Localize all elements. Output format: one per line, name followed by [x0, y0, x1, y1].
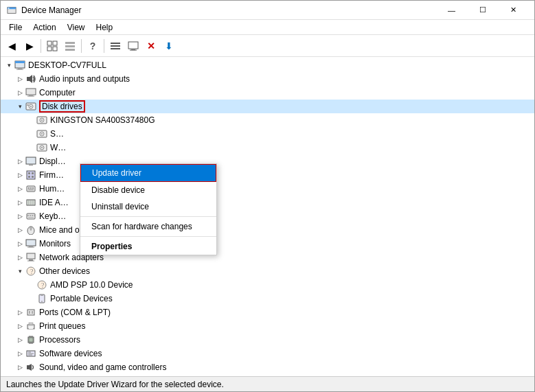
tree-item-w[interactable]: W…: [1, 141, 534, 154]
status-bar: Launches the Update Driver Wizard for th…: [1, 376, 534, 391]
disk-s-icon: [36, 128, 47, 139]
svg-rect-76: [29, 311, 30, 314]
expand-human: ▷: [14, 183, 25, 194]
ctx-sep-1: [80, 216, 216, 217]
svg-rect-41: [32, 172, 34, 174]
tree-item-other[interactable]: ▾ ? Other devices: [1, 264, 534, 278]
expand-software: ▷: [14, 348, 25, 359]
title-bar-text: Device Manager: [21, 5, 436, 15]
storage-icon: [25, 376, 36, 376]
tree-item-storage[interactable]: ▷ Storage controllers: [1, 374, 534, 376]
menu-file[interactable]: File: [3, 20, 27, 35]
svg-rect-27: [27, 104, 29, 106]
tree-area[interactable]: ▾ DESKTOP-CV7FULL ▷: [1, 57, 534, 376]
svg-rect-40: [28, 172, 30, 174]
tree-item-kingston[interactable]: KINGSTON SA400S37480G: [1, 113, 534, 127]
status-text: Launches the Update Driver Wizard for th…: [6, 380, 224, 389]
svg-rect-6: [53, 47, 57, 51]
expand-ide: ▷: [14, 197, 25, 208]
svg-rect-83: [29, 338, 33, 342]
menu-action[interactable]: Action: [27, 20, 61, 35]
svg-point-30: [41, 119, 43, 121]
tree-item-disk-drives[interactable]: ▾ Disk drives: [1, 100, 534, 113]
tree-item-sound[interactable]: ▷ Sound, video and game controllers: [1, 360, 534, 374]
toolbar-monitor[interactable]: [125, 38, 141, 54]
svg-rect-21: [26, 89, 36, 95]
monitors-label: Monitors: [39, 239, 71, 249]
maximize-button[interactable]: ☐: [467, 1, 498, 20]
ide-icon: [25, 197, 36, 208]
ports-icon: [25, 307, 36, 318]
ctx-update-driver[interactable]: Update driver: [80, 164, 216, 182]
display-icon: [25, 156, 36, 167]
svg-point-26: [30, 106, 32, 107]
toolbar-download[interactable]: ⬇: [161, 38, 177, 54]
tree-item-print[interactable]: ▷ Print queues: [1, 319, 534, 333]
title-bar-controls: — ☐ ✕: [436, 1, 529, 20]
svg-rect-8: [65, 45, 75, 47]
human-icon: [25, 183, 36, 194]
display-label: Displ…: [39, 157, 66, 166]
tree-item-portable[interactable]: Portable Devices: [1, 292, 534, 305]
keyboard-label: Keyb…: [39, 211, 66, 221]
svg-rect-58: [28, 217, 34, 218]
close-button[interactable]: ✕: [498, 1, 529, 20]
minimize-button[interactable]: —: [436, 1, 467, 20]
expand-audio: ▷: [14, 73, 25, 84]
ports-label: Ports (COM & LPT): [39, 308, 111, 317]
toolbar: ◀ ▶ ?: [1, 35, 534, 57]
svg-rect-13: [128, 42, 138, 49]
other-label: Other devices: [39, 266, 90, 276]
toolbar-forward[interactable]: ▶: [21, 38, 38, 54]
expand-disk: ▾: [14, 101, 25, 112]
tree-item-ports[interactable]: ▷ Ports (COM & LPT): [1, 305, 534, 319]
ctx-disable-device[interactable]: Disable device: [80, 182, 216, 198]
tree-item-computer[interactable]: ▷ Computer: [1, 86, 534, 100]
tree-item-processors[interactable]: ▷ Processors: [1, 333, 534, 347]
menu-help[interactable]: Help: [91, 20, 119, 35]
tree-item-audio[interactable]: ▷ Audio inputs and outputs: [1, 72, 534, 86]
tree-item-software[interactable]: ▷ Software devices: [1, 347, 534, 360]
ctx-scan-hardware[interactable]: Scan for hardware changes: [80, 218, 216, 235]
toolbar-list[interactable]: [107, 38, 124, 54]
toolbar-remove[interactable]: ✕: [143, 38, 159, 54]
s-label: S…: [50, 129, 64, 139]
computer-icon2: [25, 87, 36, 98]
menu-view[interactable]: View: [62, 20, 91, 35]
print-icon: [25, 321, 36, 332]
toolbar-grid2[interactable]: [62, 38, 78, 54]
svg-point-74: [41, 301, 43, 302]
svg-rect-9: [65, 49, 75, 51]
svg-rect-4: [53, 41, 57, 45]
computer-label: Computer: [39, 88, 76, 97]
expand-w: [25, 142, 36, 153]
firmware-label: Firm…: [39, 170, 64, 180]
expand-network: ▷: [14, 252, 25, 263]
expand-other: ▾: [14, 266, 25, 277]
toolbar-help[interactable]: ?: [84, 38, 101, 54]
disk-icon: [25, 101, 36, 112]
expand-portable: [25, 293, 36, 304]
svg-marker-20: [27, 75, 32, 83]
svg-rect-48: [28, 189, 34, 190]
firmware-icon: [25, 170, 36, 181]
toolbar-grid[interactable]: [44, 38, 60, 54]
svg-rect-62: [26, 240, 36, 246]
disk-w-icon: [36, 142, 47, 153]
toolbar-back[interactable]: ◀: [3, 38, 20, 54]
audio-icon: [25, 73, 36, 84]
tree-item-s[interactable]: S…: [1, 127, 534, 141]
expand-mice: ▷: [14, 224, 25, 235]
monitor-icon2: [25, 238, 36, 249]
disk-icon2: [36, 115, 47, 126]
svg-rect-55: [30, 215, 31, 216]
ctx-uninstall-device[interactable]: Uninstall device: [80, 198, 216, 215]
ctx-properties[interactable]: Properties: [80, 238, 216, 255]
expand-amd: [25, 279, 36, 290]
tree-item-amd[interactable]: ? AMD PSP 10.0 Device: [1, 278, 534, 292]
amd-icon: ?: [36, 279, 47, 290]
svg-point-2: [8, 8, 10, 9]
processors-label: Processors: [39, 335, 80, 345]
tree-root[interactable]: ▾ DESKTOP-CV7FULL: [1, 58, 534, 72]
svg-text:?: ?: [30, 268, 34, 275]
